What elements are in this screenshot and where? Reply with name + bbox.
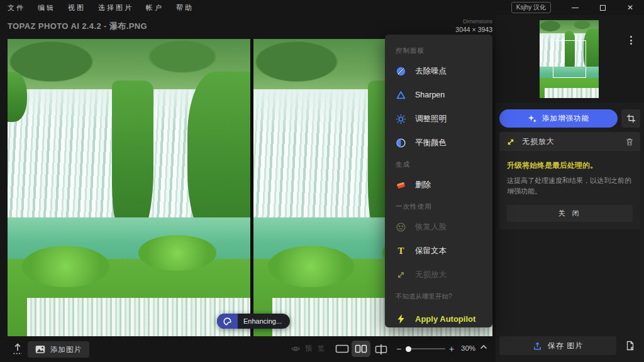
save-image-label: 保存 图片 [548,341,583,351]
trash-icon[interactable] [625,137,634,146]
add-image-label: 添加图片 [50,345,82,354]
menu-item-label: 删除 [415,180,431,190]
menu-item-label: 无损放大 [415,270,447,280]
menu-item-recover-faces[interactable]: 恢复人脸 [385,215,492,239]
add-enhancement-button[interactable]: 添加增强功能 [499,109,618,128]
kebab-menu-icon[interactable] [626,34,636,47]
app-window: 文件 编辑 视图 选择图片 帐户 帮助 Ksjhy 汉化 ✕ TOPAZ PHO… [0,0,644,362]
export-settings-button[interactable] [619,336,641,355]
sharpen-icon [396,90,406,101]
language-pack-badge: Ksjhy 汉化 [511,2,551,13]
viewport-rectangle[interactable] [553,40,586,78]
lower-falls-texture [27,298,250,336]
maximize-button[interactable] [589,0,616,15]
single-view-toggle[interactable] [335,344,349,354]
text-icon: T [396,246,406,256]
menu-item-label: Sharpen [415,90,445,99]
image-icon [35,345,45,354]
menu-item-label: 调整照明 [415,114,447,124]
menu-item-label: 保留文本 [415,246,447,256]
menu-item-label: Apply Autopilot [415,314,475,324]
upscale-arrow-icon [506,137,516,147]
add-image-button[interactable]: 添加图片 [28,341,89,358]
zoom-level-value[interactable]: 30% [461,344,475,352]
menu-view[interactable]: 视图 [68,3,86,13]
moss-decoration [138,235,216,271]
window-controls: Ksjhy 汉化 ✕ [511,0,644,15]
file-gear-icon [625,341,635,351]
menu-item-preserve-text[interactable]: T 保留文本 [385,239,492,263]
sparkles-icon [528,114,537,123]
section-control-panel: 控制面板 [385,43,492,59]
maximize-icon [600,5,606,11]
right-sidebar: 添加增强功能 无损放大 升级将始终是最后处理的。 这提高了处理速度和结果，以达到… [496,15,644,362]
half-circle-icon [396,138,406,148]
menu-item-label: 恢复人脸 [415,222,447,233]
lower-falls-texture [545,88,599,98]
preview-label: 预 览 [305,344,326,353]
side-by-side-view-toggle[interactable] [352,341,370,357]
zoom-slider-knob[interactable] [406,346,411,352]
zoom-slider[interactable] [406,348,445,349]
chevron-up-icon[interactable] [480,344,487,349]
menu-select-image[interactable]: 选择图片 [98,3,133,13]
menu-account[interactable]: 帐户 [146,3,164,13]
notice-body: 这提高了处理速度和结果，以达到之前的增强功能。 [507,175,633,197]
section-one-time-use: 一次性使用 [385,199,492,215]
menu-hint-text: 不知道从哪里开始? [385,287,492,307]
image-thumbnail[interactable] [540,20,599,98]
image-dimensions: Dimensions 3044 × 3943 [455,18,492,33]
toast-label: Enhancing... [238,317,290,325]
navigator-panel [496,15,644,103]
menu-edit[interactable]: 编辑 [38,3,55,13]
zoom-in-button[interactable]: + [447,341,457,356]
original-image-pane[interactable] [8,39,250,336]
waterfall-photo [8,39,250,336]
add-enhancement-row: 添加增强功能 [499,109,640,128]
denoise-icon [396,66,406,77]
lightning-bolt-icon [396,314,406,324]
face-icon [396,222,406,233]
upscale-enhancement-row[interactable]: 无损放大 [499,132,640,151]
dimensions-label: Dimensions [455,18,492,25]
spinner-icon [217,314,238,329]
crop-button[interactable] [621,109,640,128]
crop-icon [626,114,636,123]
upscale-panel-title: 无损放大 [522,136,555,147]
bottom-toolbar: 添加图片 预 览 − + 30% [0,336,496,362]
menu-item-upscale[interactable]: 无损放大 [385,263,492,287]
notice-close-button[interactable]: 关 闭 [507,205,633,222]
preview-toggle-disabled[interactable]: 预 览 [291,344,326,353]
upscale-arrow-icon [396,270,406,280]
moss-decoration [268,246,354,287]
menu-item-remove-object[interactable]: 删除 [385,173,492,197]
save-image-button[interactable]: 保存 图片 [499,336,616,355]
menu-item-apply-autopilot[interactable]: Apply Autopilot [385,307,492,331]
menu-item-remove-noise[interactable]: 去除噪点 [385,59,492,83]
add-enhancement-menu: 控制面板 去除噪点 Sharpen 调整照明 平衡 [385,35,492,327]
menu-help[interactable]: 帮助 [176,3,194,13]
menu-file[interactable]: 文件 [8,3,25,13]
menu-item-balance-color[interactable]: 平衡颜色 [385,131,492,155]
split-view-toggle[interactable] [375,344,387,355]
close-button[interactable]: ✕ [616,0,644,15]
eye-icon [291,344,301,353]
save-row: 保存 图片 [499,336,641,355]
app-title: TOPAZ PHOTO AI 2.4.2 - 瀑布.PNG [8,21,147,32]
minimize-button[interactable] [561,0,589,15]
enhancing-toast: Enhancing... [217,314,290,329]
notice-title: 升级将始终是最后处理的。 [507,160,633,171]
zoom-out-button[interactable]: − [394,341,404,356]
upload-icon[interactable] [11,342,24,356]
minimize-icon [572,8,579,8]
menu-item-sharpen[interactable]: Sharpen [385,83,492,107]
add-enhancement-label: 添加增强功能 [542,114,589,123]
eraser-icon [396,180,406,190]
dimensions-value: 3044 × 3943 [455,26,492,33]
menu-item-adjust-lighting[interactable]: 调整照明 [385,107,492,131]
moss-decoration [22,246,109,287]
menu-item-label: 去除噪点 [415,66,447,77]
upscale-notice-panel: 升级将始终是最后处理的。 这提高了处理速度和结果，以达到之前的增强功能。 关 闭 [499,152,640,229]
export-arrow-icon [533,341,542,351]
menu-item-label: 平衡颜色 [415,138,447,148]
